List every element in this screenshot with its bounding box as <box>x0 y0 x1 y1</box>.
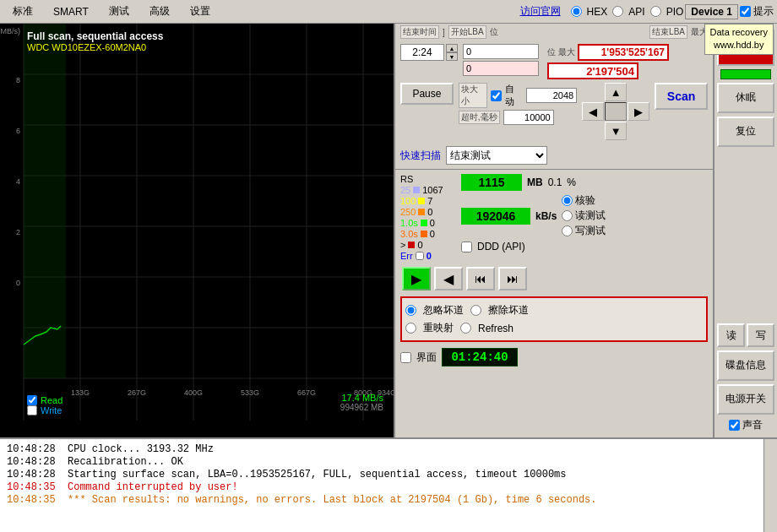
rewind-btn[interactable]: ◀ <box>434 267 463 290</box>
read-write-row: 读 写 <box>717 323 774 347</box>
menu-smart[interactable]: SMART <box>44 3 98 20</box>
pio-radio[interactable] <box>650 6 661 17</box>
ignore-radio[interactable] <box>405 305 416 316</box>
menu-settings[interactable]: 设置 <box>181 2 220 21</box>
nav-up-btn[interactable]: ▲ <box>605 83 627 101</box>
recovery-line1: Data recovery <box>710 26 768 39</box>
interface-label[interactable]: 界面 <box>416 350 437 365</box>
read-test-label[interactable]: 读测试 <box>575 209 606 223</box>
tip-label[interactable]: 提示 <box>753 4 774 19</box>
percent-unit: % <box>567 176 576 188</box>
read-test-radio[interactable] <box>562 210 573 221</box>
ddd-checkbox[interactable] <box>461 242 472 252</box>
lba-second-input[interactable] <box>547 62 638 79</box>
err-checkbox[interactable] <box>416 252 424 260</box>
api-radio[interactable] <box>612 6 623 17</box>
scan-button[interactable]: Scan <box>655 83 708 110</box>
write-btn[interactable]: 写 <box>747 323 774 347</box>
block-scan-row: Pause 块大小 自动 超时,毫秒 <box>395 79 713 144</box>
read-radio-row: 读测试 <box>562 209 606 223</box>
err-25-label: 25 <box>400 185 410 195</box>
nav-left-btn[interactable]: ◀ <box>582 102 604 121</box>
block-size-label: 块大小 <box>459 83 487 108</box>
menu-test[interactable]: 测试 <box>100 2 139 21</box>
remap-label[interactable]: 重映射 <box>423 321 454 335</box>
rest-btn[interactable]: 休眠 <box>717 83 774 113</box>
bad-row-1: 忽略坏道 擦除坏道 <box>405 301 703 319</box>
err-100-box <box>418 198 425 204</box>
device-label[interactable]: Device 1 <box>685 4 738 19</box>
timer-input[interactable] <box>400 44 444 61</box>
erase-radio[interactable] <box>470 305 481 316</box>
svg-text:267G: 267G <box>128 388 146 397</box>
check-label[interactable]: 核验 <box>575 193 595 208</box>
lba-start-input[interactable] <box>463 44 539 59</box>
check-radio[interactable] <box>562 195 573 206</box>
tip-checkbox[interactable] <box>740 6 751 17</box>
sound-checkbox[interactable] <box>729 420 740 431</box>
timeout-input[interactable] <box>503 110 554 125</box>
nav-down-btn[interactable]: ▼ <box>605 122 627 140</box>
hex-radio[interactable] <box>571 6 582 17</box>
sound-row: 声音 <box>729 418 763 432</box>
auto-checkbox[interactable] <box>491 90 502 101</box>
play-btn[interactable]: ▶ <box>402 267 431 290</box>
right-panel: Data recovery www.hdd.by 结束时间 ] 开始LBA 位 … <box>395 24 777 437</box>
step-back-btn[interactable]: ⏮ <box>466 267 495 290</box>
nav-center-btn[interactable] <box>605 102 627 121</box>
menu-standard[interactable]: 标准 <box>3 2 42 21</box>
power-btn[interactable]: 电源开关 <box>717 384 774 415</box>
sound-label[interactable]: 声音 <box>742 418 763 432</box>
err-100-row: 100 7 <box>400 196 458 206</box>
menu-advanced[interactable]: 高级 <box>140 2 179 21</box>
timeout-row: 超时,毫秒 <box>459 110 577 125</box>
erase-label[interactable]: 擦除坏道 <box>488 303 529 318</box>
timeout-label: 超时,毫秒 <box>459 111 500 124</box>
err-3s-label: 3.0s <box>400 229 418 239</box>
svg-text:4: 4 <box>16 177 20 186</box>
reset-btn[interactable]: 复位 <box>717 117 774 147</box>
pause-button[interactable]: Pause <box>400 83 454 105</box>
step-fwd-btn[interactable]: ⏭ <box>498 267 527 290</box>
visit-website[interactable]: 访问官网 <box>520 4 561 19</box>
err-1s-row: 1.0s 0 <box>400 218 458 228</box>
nav-right-btn[interactable]: ▶ <box>628 102 649 121</box>
err-250-box <box>418 209 425 215</box>
log-row: 10:48:28 CPU clock... 3193.32 MHz10:48:2… <box>0 439 777 532</box>
hex-label[interactable]: HEX <box>587 6 608 18</box>
refresh-radio[interactable] <box>460 323 471 334</box>
write-test-radio[interactable] <box>562 225 573 236</box>
timer-control: ▲ ▼ <box>400 44 458 61</box>
timer-up-btn[interactable]: ▲ <box>446 44 458 52</box>
end-test-dropdown[interactable]: 结束测试 <box>446 146 547 165</box>
lba-start-section <box>463 44 539 76</box>
api-label[interactable]: API <box>628 6 644 18</box>
write-test-label[interactable]: 写测试 <box>575 224 606 238</box>
disk-info-btn[interactable]: 碟盘信息 <box>717 350 774 381</box>
lba-zero-input[interactable] <box>463 61 539 76</box>
read-btn[interactable]: 读 <box>717 323 745 347</box>
log-content[interactable]: 10:48:28 CPU clock... 3193.32 MHz10:48:2… <box>0 439 763 532</box>
err-3s-box <box>421 231 427 237</box>
err-1s-val: 0 <box>430 218 435 228</box>
percent-value: 0.1 <box>548 176 562 188</box>
err-250-label: 250 <box>400 207 416 217</box>
menu-bar: 标准 SMART 测试 高级 设置 访问官网 HEX API PIO Devic… <box>0 0 777 24</box>
ddd-label[interactable]: DDD (API) <box>477 241 525 252</box>
timer-down-btn[interactable]: ▼ <box>446 52 458 61</box>
pio-label[interactable]: PIO <box>666 6 684 18</box>
check-radio-row: 核验 <box>562 193 606 208</box>
err-total-row: Err 0 <box>400 251 458 261</box>
recovery-line2: www.hdd.by <box>710 39 768 52</box>
block-size-input[interactable] <box>526 88 577 103</box>
ignore-label[interactable]: 忽略坏道 <box>423 303 464 318</box>
log-line: 10:48:28 CPU clock... 3193.32 MHz <box>7 443 757 455</box>
log-scrollbar[interactable] <box>763 439 777 532</box>
interface-checkbox[interactable] <box>400 352 411 363</box>
error-status-row: RS 25 1067 100 7 250 0 <box>395 171 713 263</box>
err-25-val: 1067 <box>422 185 443 195</box>
remap-radio[interactable] <box>405 323 416 334</box>
lba-end-input[interactable] <box>578 44 669 61</box>
mb-unit: MB <box>527 176 543 188</box>
refresh-label[interactable]: Refresh <box>478 323 513 334</box>
